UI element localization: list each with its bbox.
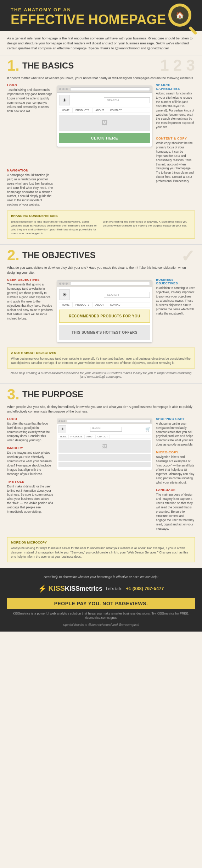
fold-label: THE FOLD <box>7 480 53 484</box>
browser-logo: ☀ <box>59 95 70 105</box>
browser-dot <box>62 88 64 90</box>
imagery-label: IMAGERY <box>7 446 53 450</box>
browser-url <box>70 87 150 91</box>
note-text: When designing your homepage (and your w… <box>11 357 191 365</box>
logo-label: LOGO <box>7 83 53 87</box>
section2-number: 2. <box>7 248 19 263</box>
micro-bar <box>57 419 152 424</box>
magnify-icon: 🏠 <box>163 4 195 36</box>
browser-bar-2 <box>57 280 152 287</box>
business-obj-text: In addition to catering to user objectiv… <box>156 286 195 316</box>
language-label: LANGUAGE <box>156 488 195 492</box>
imagery-text: Do the images and stock photos used on y… <box>7 451 53 476</box>
cart-text: A shopping cart in your navigation immed… <box>156 422 195 447</box>
note-title: A NOTE ABOUT OBJECTIVES <box>11 351 191 355</box>
section2-desc: What do you want visitors to do when the… <box>7 266 195 275</box>
footer-tagline: Let's talk: <box>106 586 122 591</box>
browser-logo-2: ☀ <box>59 289 70 300</box>
browser-nav: HOME PRODUCTS ABOUT CONTACT <box>59 108 150 113</box>
section-objectives: 2. THE OBJECTIVES ✓ What do you want vis… <box>0 245 202 384</box>
browser-image: 🖼 <box>59 115 150 131</box>
business-obj-label: BUSINESS OBJECTIVES <box>156 278 195 285</box>
branding-callout: BRANDING CONSIDERATIONS Brand recognitio… <box>7 211 195 239</box>
content-label: CONTENT & COPY <box>156 137 195 140</box>
browser-mockup-1: ☀ SEARCH HOME PRODUCTS ABOUT CONTACT 🖼 C… <box>57 86 152 147</box>
branding-right: With A/B testing and other kinds of anal… <box>103 220 191 236</box>
home-icon: 🏠 <box>175 11 184 20</box>
browser-dot <box>59 88 61 90</box>
intro-text: As a general rule, your homepage is the … <box>7 36 195 51</box>
kiss-logo: ⚡ KISSKISSmetrics <box>38 584 102 593</box>
fold-text: Don't make it difficult for the user to … <box>7 485 53 514</box>
logo3-label: LOGO <box>7 417 53 421</box>
browser-search-2: SEARCH <box>104 292 150 298</box>
micro-text: Navigation labels and headings are examp… <box>156 455 195 485</box>
language-text: The main purpose of design and imagery i… <box>156 493 195 531</box>
logo3-text: It's often the case that the logo itself… <box>7 422 53 443</box>
micro-search: SEARCH <box>90 427 122 432</box>
offers-box: THIS SUMMER'S HOTTEST OFFERS <box>59 325 150 340</box>
micro-label: MICRO-COPY <box>156 451 195 454</box>
objectives-callout: A NOTE ABOUT OBJECTIVES When designing y… <box>7 348 195 368</box>
navigation-text: A homepage should function (in part) as … <box>7 173 53 207</box>
click-here-button[interactable]: CLICK HERE <box>59 133 150 143</box>
user-obj-label: USER OBJECTIVES <box>7 278 53 282</box>
check-deco: ✓ <box>181 246 195 266</box>
section1-number: 1. <box>7 58 19 73</box>
branding-title: BRANDING CONSIDERATIONS <box>11 214 191 218</box>
footer-thanks: Special thanks to @keanrichmond and @one… <box>7 623 195 627</box>
deco-numbers: 1 2 3 <box>160 56 195 74</box>
micro-image: 🖼 <box>58 440 151 453</box>
section-purpose: 3. THE PURPOSE When people visit your si… <box>0 384 202 568</box>
section1-desc: It doesn't matter what kind of website y… <box>7 76 195 81</box>
section3-desc: When people visit your site, do they imm… <box>7 405 195 414</box>
browser-bar <box>57 86 152 93</box>
section3-number: 3. <box>7 387 19 402</box>
browser-dot <box>66 88 68 90</box>
kiss-icon: ⚡ <box>38 584 47 593</box>
section3-title: THE PURPOSE <box>22 389 83 399</box>
search-label: SEARCH CAPABILITIES <box>156 83 195 91</box>
user-obj-text: The elements that go into a homepage (an… <box>7 283 53 321</box>
browser-search: SEARCH <box>104 97 150 103</box>
nav-contact: CONTACT <box>107 108 125 113</box>
header: THE ANATOMY OF AN EFFECTIVE HOMEPAGE 🏠 <box>0 0 202 31</box>
image-icon: 🖼 <box>101 119 108 127</box>
footer: Need help to determine whether your home… <box>0 568 202 632</box>
nav-about: ABOUT <box>92 108 107 113</box>
footer-need-help: Need help to determine whether your home… <box>7 575 195 579</box>
content-text: While copy shouldn't be the primary focu… <box>156 141 195 184</box>
section2-title: THE OBJECTIVES <box>22 250 96 260</box>
branding-left: Brand recognition is less important for … <box>11 220 99 236</box>
need-help-2: Need help creating a custom-tailored exp… <box>7 371 195 378</box>
footer-logo-text: KISSKISSmetrics <box>48 584 102 593</box>
nav-home: HOME <box>59 108 73 113</box>
micro-logo: ☀ <box>58 425 66 433</box>
cart-icon: 🛒 <box>145 427 151 432</box>
cart-label: SHOPPING CART <box>156 417 195 421</box>
microcopy-title: MORE ON MICROCOPY <box>11 540 191 545</box>
nav-products: PRODUCTS <box>73 108 92 113</box>
microcopy-callout: MORE ON MICROCOPY Always be looking for … <box>7 537 195 562</box>
footer-desc: KISSmetrics is a powerful web analytics … <box>7 611 195 620</box>
footer-cta: PEOPLE PAY YOU. NOT PAGEVIEWS. <box>7 598 195 609</box>
browser-mockup-2: ☀ SEARCH HOME PRODUCTS ABOUT CONTACT REC… <box>57 280 152 343</box>
browser-mockup-3: ☀ SEARCH 🛒 HOME PRODUCTS ABOUT CONTACT 🖼 <box>57 419 152 470</box>
micro-nav: HOME PRODUCTS ABOUT CONTACT <box>58 435 151 439</box>
section1-title: THE BASICS <box>22 61 74 71</box>
section-basics: 1. THE BASICS 1 2 3 It doesn't matter wh… <box>0 55 202 245</box>
microcopy-text: Always be looking for ways to make it ea… <box>11 546 191 559</box>
recommended-box: RECOMMENDED PRODUCTS FOR YOU <box>59 310 150 323</box>
logo-text: Tasteful sizing and placement is importa… <box>7 88 53 113</box>
kissmetrics-row: ⚡ KISSKISSmetrics Let's talk: +1 (888) 7… <box>7 581 195 594</box>
search-text: Adding search functionality to your site… <box>156 92 195 130</box>
footer-phone: +1 (888) 767-5477 <box>126 586 164 591</box>
